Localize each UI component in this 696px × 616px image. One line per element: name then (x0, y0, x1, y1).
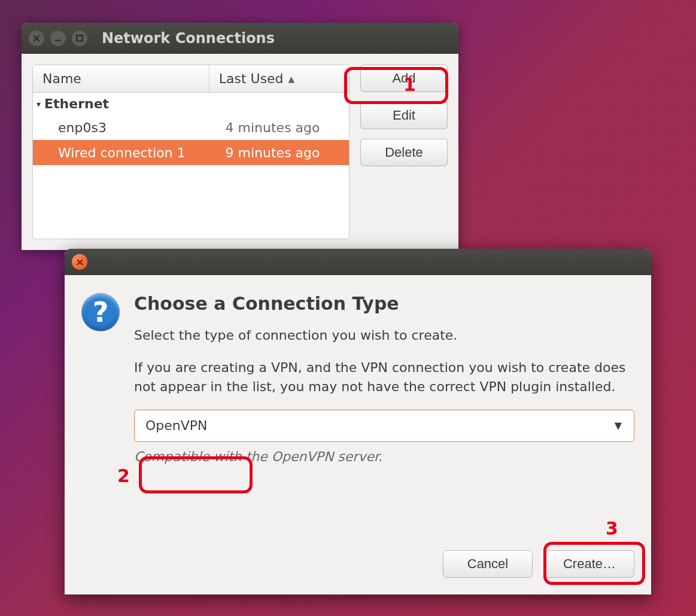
delete-button[interactable]: Delete (360, 139, 448, 166)
minimize-window-button[interactable] (50, 31, 66, 46)
action-buttons: Add Edit Delete (360, 65, 448, 239)
dialog-title: Choose a Connection Type (134, 293, 634, 314)
dialog-description-2: If you are creating a VPN, and the VPN c… (134, 358, 634, 397)
dialog-description-1: Select the type of connection you wish t… (134, 326, 634, 345)
question-icon: ? (81, 293, 120, 331)
connection-name: enp0s3 (33, 115, 216, 140)
maximize-window-button[interactable] (72, 31, 87, 46)
connection-row[interactable]: enp0s3 4 minutes ago (33, 115, 349, 140)
connection-row[interactable]: Wired connection 1 9 minutes ago (33, 140, 349, 165)
connection-last-used: 4 minutes ago (216, 115, 349, 140)
edit-button[interactable]: Edit (360, 102, 448, 129)
column-label: Last Used (219, 71, 284, 86)
group-row-ethernet[interactable]: ▾ Ethernet (33, 93, 349, 115)
expand-toggle-icon[interactable]: ▾ (37, 99, 41, 109)
connections-list[interactable]: Name Last Used ▲ ▾ Ethernet enp0s3 4 min… (32, 65, 349, 239)
column-label: Name (42, 71, 81, 86)
cancel-button[interactable]: Cancel (443, 550, 533, 578)
connection-last-used: 9 minutes ago (216, 140, 349, 165)
window-title: Network Connections (102, 30, 275, 47)
dropdown-helper-text: Compatible with the OpenVPN server. (134, 449, 634, 464)
connection-type-dropdown[interactable]: OpenVPN ▼ (134, 410, 634, 442)
connection-name: Wired connection 1 (33, 140, 216, 165)
network-connections-window: Network Connections Name Last Used ▲ ▾ E… (22, 23, 458, 250)
list-header: Name Last Used ▲ (33, 65, 349, 93)
group-label: Ethernet (44, 96, 109, 111)
add-button[interactable]: Add (360, 65, 448, 92)
choose-connection-type-dialog: ? Choose a Connection Type Select the ty… (65, 249, 651, 594)
close-dialog-button[interactable] (72, 254, 87, 270)
titlebar[interactable]: Network Connections (22, 23, 458, 54)
sort-ascending-icon: ▲ (288, 74, 295, 84)
column-header-last-used[interactable]: Last Used ▲ (209, 65, 349, 92)
create-button[interactable]: Create… (545, 550, 634, 578)
dropdown-selected-value: OpenVPN (145, 418, 208, 433)
chevron-down-icon: ▼ (615, 420, 622, 431)
close-window-button[interactable] (29, 31, 44, 46)
column-header-name[interactable]: Name (33, 65, 209, 92)
svg-rect-3 (77, 35, 83, 41)
dialog-titlebar[interactable] (65, 249, 651, 275)
